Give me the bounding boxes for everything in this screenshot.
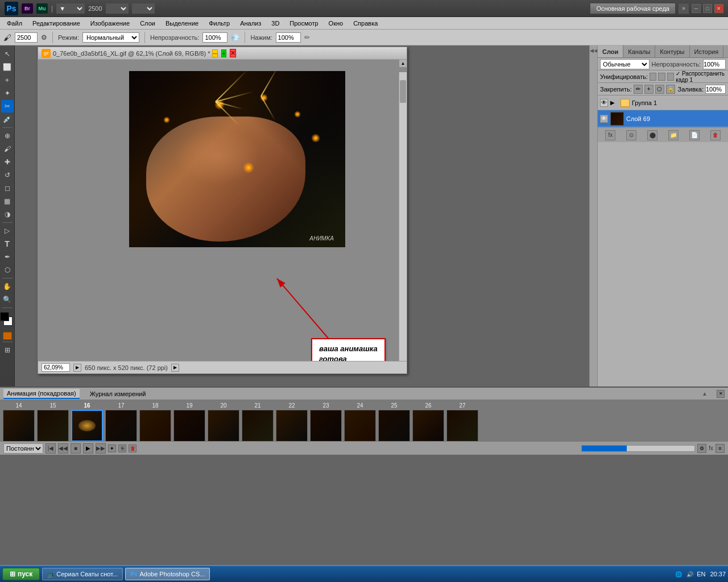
document-size-select[interactable]: ▼ bbox=[56, 3, 85, 14]
frame-21[interactable]: 21 ♻0,03▼ bbox=[241, 402, 274, 441]
expand-panel-icon[interactable]: » bbox=[678, 3, 689, 14]
lock-pixels-button[interactable]: ✏ bbox=[634, 85, 643, 94]
menu-analysis[interactable]: Анализ bbox=[235, 19, 266, 28]
play-button[interactable]: ▶ bbox=[83, 443, 93, 454]
frame-14[interactable]: 14 ♻0,03▼ bbox=[2, 402, 35, 441]
tab-layers[interactable]: Слои bbox=[598, 45, 623, 57]
brush-tool[interactable]: 🖌 bbox=[1, 143, 14, 155]
workspace-button[interactable]: Основная рабочая среда bbox=[590, 3, 676, 14]
eyedropper-tool[interactable]: 💉 bbox=[1, 113, 14, 126]
hand-tool[interactable]: ✋ bbox=[1, 280, 14, 293]
layer-eye-group[interactable]: 👁 bbox=[600, 99, 608, 107]
unify-visibility-button[interactable] bbox=[658, 73, 665, 81]
brush-settings-icon[interactable]: ⚙ bbox=[41, 34, 47, 41]
status-info-button[interactable]: ▶ bbox=[73, 364, 81, 372]
frame-19[interactable]: 19 ♻0,03▼ bbox=[173, 402, 206, 441]
delete-layer-button[interactable]: 🗑 bbox=[710, 130, 721, 140]
lang-indicator[interactable]: EN bbox=[697, 571, 705, 577]
tab-actions[interactable]: Операции bbox=[723, 45, 728, 57]
menu-select[interactable]: Выделение bbox=[161, 19, 203, 28]
layer-eye-69[interactable]: 👁 bbox=[600, 115, 608, 123]
move-tool[interactable]: ↖ bbox=[1, 48, 14, 60]
document-canvas[interactable]: ▲ bbox=[38, 60, 407, 361]
frame-16-selected[interactable]: 16 ⟳0,03 bbox=[71, 402, 104, 441]
frame-24[interactable]: 24 ♻0,03▼ bbox=[344, 402, 377, 441]
doc-close-button[interactable]: ✕ bbox=[230, 49, 236, 57]
unify-style-button[interactable] bbox=[667, 73, 674, 81]
layer-group-row[interactable]: 👁 ▶ Группа 1 bbox=[598, 95, 728, 110]
br-logo[interactable]: Br bbox=[22, 3, 33, 14]
menu-view[interactable]: Просмотр bbox=[285, 19, 322, 28]
timeline-convert-button[interactable]: ⚙ bbox=[697, 444, 706, 453]
screen-mode-button[interactable]: ⊞ bbox=[1, 344, 14, 356]
quick-mask-button[interactable] bbox=[3, 332, 12, 340]
timeline-close-button[interactable]: ✕ bbox=[717, 390, 725, 398]
frame-20[interactable]: 20 ♻0,03▼ bbox=[207, 402, 240, 441]
frame-23[interactable]: 23 ♻0,03▼ bbox=[309, 402, 342, 441]
frame-22[interactable]: 22 ♻0,03▼ bbox=[275, 402, 308, 441]
tray-volume-icon[interactable]: 🔊 bbox=[685, 569, 694, 579]
zoom-tool[interactable]: 🔍 bbox=[1, 293, 14, 306]
menu-3d[interactable]: 3D bbox=[267, 19, 284, 28]
go-prev-button[interactable]: ◀◀ bbox=[58, 443, 68, 454]
path-select-tool[interactable]: ▷ bbox=[1, 225, 14, 237]
tween-button[interactable]: ✦ bbox=[108, 444, 116, 452]
minimize-button[interactable]: ─ bbox=[692, 4, 701, 13]
clone-tool[interactable]: ✚ bbox=[1, 156, 14, 168]
go-first-button[interactable]: |◀ bbox=[46, 443, 56, 454]
start-button[interactable]: ⊞ пуск bbox=[2, 568, 40, 580]
layer-blend-mode-select[interactable]: Обычные bbox=[600, 59, 650, 69]
marquee-tool[interactable]: ⬜ bbox=[1, 61, 14, 73]
timeline-tab-measurement[interactable]: Журнал измерений bbox=[86, 389, 150, 398]
frame-27[interactable]: 27 ♻0,03▼ bbox=[446, 402, 479, 441]
doc-minimize-button[interactable]: ─ bbox=[212, 49, 218, 57]
timeline-collapse-button[interactable]: ▲ bbox=[702, 390, 708, 397]
frame-15[interactable]: 15 ♻0,03▼ bbox=[36, 402, 69, 441]
view-mode-select[interactable] bbox=[106, 3, 129, 14]
stylus-icon[interactable]: ✏ bbox=[304, 34, 310, 41]
zoom-input[interactable] bbox=[42, 363, 70, 372]
menu-image[interactable]: Изображение bbox=[86, 19, 134, 28]
taskbar-item-serials[interactable]: 📺 Сериал Сваты снот... bbox=[42, 568, 123, 580]
menu-file[interactable]: Файл bbox=[2, 19, 27, 28]
add-group-button[interactable]: 📁 bbox=[668, 130, 679, 140]
eraser-tool[interactable]: ◻ bbox=[1, 182, 14, 194]
arrange-select[interactable] bbox=[132, 3, 155, 14]
layer-69-row[interactable]: 👁 Слой 69 bbox=[598, 110, 728, 127]
menu-window[interactable]: Окно bbox=[324, 19, 348, 28]
shape-tool[interactable]: ⬡ bbox=[1, 264, 14, 276]
frame-25[interactable]: 25 ♻0,03▼ bbox=[378, 402, 411, 441]
frame-18[interactable]: 18 ♻0,03▼ bbox=[139, 402, 172, 441]
tab-channels[interactable]: Каналы bbox=[623, 45, 655, 57]
frame-17[interactable]: 17 ♻0,03▼ bbox=[105, 402, 138, 441]
delete-frame-button[interactable]: 🗑 bbox=[129, 444, 136, 452]
layer-opacity-input[interactable] bbox=[703, 59, 726, 69]
duplicate-frame-button[interactable]: ⎘ bbox=[118, 444, 126, 452]
text-tool[interactable]: T bbox=[1, 238, 14, 250]
flow-input[interactable] bbox=[276, 32, 301, 43]
magic-wand-tool[interactable]: ✦ bbox=[1, 87, 14, 99]
lock-transparency-button[interactable]: + bbox=[644, 85, 653, 94]
pen-tool[interactable]: ✒ bbox=[1, 251, 14, 263]
crop-tool[interactable]: ✂ bbox=[1, 100, 14, 113]
status-nav-button[interactable]: ▶ bbox=[171, 364, 179, 372]
gradient-tool[interactable]: ▦ bbox=[1, 195, 14, 207]
close-button[interactable]: ✕ bbox=[714, 4, 723, 13]
add-layer-button[interactable]: 📄 bbox=[689, 130, 700, 140]
layer-expand-arrow[interactable]: ▶ bbox=[610, 99, 618, 107]
lock-position-button[interactable]: ⬡ bbox=[655, 85, 664, 94]
tab-paths[interactable]: Контуры bbox=[655, 45, 689, 57]
dodge-tool[interactable]: ◑ bbox=[1, 208, 14, 221]
add-style-button[interactable]: fx bbox=[605, 130, 615, 140]
menu-edit[interactable]: Редактирование bbox=[28, 19, 85, 28]
unify-pos-button[interactable] bbox=[650, 73, 656, 81]
mu-logo[interactable]: Mu bbox=[36, 3, 48, 14]
brush-size-input[interactable] bbox=[15, 32, 38, 43]
menu-filter[interactable]: Фильтр bbox=[204, 19, 234, 28]
stop-button[interactable]: ■ bbox=[71, 443, 81, 454]
lock-all-button[interactable]: 🔒 bbox=[666, 85, 675, 94]
add-mask-button[interactable]: ⊙ bbox=[626, 130, 636, 140]
add-adjustment-button[interactable]: ⬤ bbox=[647, 130, 657, 140]
scroll-thumb[interactable] bbox=[400, 80, 406, 103]
fill-input[interactable] bbox=[705, 85, 726, 94]
